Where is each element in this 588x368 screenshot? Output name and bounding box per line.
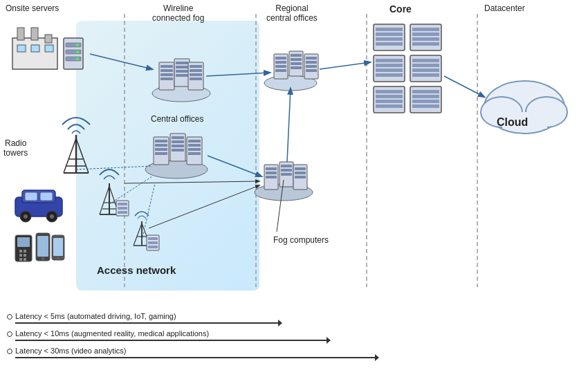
latency-section: Latency < 5ms (automated driving, IoT, g… bbox=[7, 309, 375, 361]
svg-rect-161 bbox=[19, 254, 22, 257]
svg-rect-7 bbox=[45, 35, 52, 43]
central-offices-label: Central offices bbox=[151, 114, 203, 124]
svg-rect-90 bbox=[155, 140, 167, 142]
onsite-servers-label: Onsite servers bbox=[6, 3, 59, 13]
svg-rect-115 bbox=[295, 172, 306, 174]
svg-rect-80 bbox=[412, 100, 439, 103]
svg-rect-34 bbox=[190, 77, 202, 80]
svg-point-15 bbox=[76, 44, 79, 46]
svg-rect-111 bbox=[281, 169, 292, 172]
svg-rect-64 bbox=[376, 64, 403, 67]
svg-rect-45 bbox=[291, 66, 302, 69]
svg-rect-95 bbox=[172, 136, 184, 139]
radio-towers-label: Radiotowers bbox=[3, 138, 28, 158]
svg-rect-91 bbox=[155, 144, 167, 147]
svg-rect-169 bbox=[53, 238, 63, 256]
svg-rect-6 bbox=[31, 28, 38, 40]
latency-row-3: Latency < 30ms (video analytics) bbox=[7, 344, 375, 358]
svg-rect-27 bbox=[176, 66, 188, 68]
svg-rect-59 bbox=[412, 33, 439, 36]
svg-rect-137 bbox=[118, 203, 127, 205]
svg-rect-102 bbox=[188, 148, 201, 151]
svg-rect-143 bbox=[148, 246, 158, 248]
svg-rect-28 bbox=[176, 70, 188, 73]
latency-circle-1 bbox=[7, 314, 12, 320]
svg-rect-78 bbox=[412, 90, 439, 93]
svg-rect-60 bbox=[412, 37, 439, 41]
svg-rect-97 bbox=[172, 145, 184, 147]
svg-rect-39 bbox=[275, 65, 286, 68]
latency-arrow-2 bbox=[15, 340, 327, 341]
svg-rect-76 bbox=[376, 104, 403, 108]
svg-rect-106 bbox=[266, 167, 277, 170]
svg-rect-160 bbox=[24, 250, 26, 252]
latency-text-1: Latency < 5ms (automated driving, IoT, g… bbox=[15, 312, 176, 320]
svg-rect-162 bbox=[24, 254, 26, 257]
svg-rect-159 bbox=[19, 250, 22, 252]
svg-point-170 bbox=[57, 257, 59, 259]
svg-rect-31 bbox=[190, 65, 202, 68]
svg-line-148 bbox=[149, 185, 259, 228]
svg-rect-98 bbox=[172, 149, 184, 151]
svg-rect-79 bbox=[412, 95, 439, 98]
svg-rect-32 bbox=[190, 69, 202, 72]
svg-rect-107 bbox=[266, 172, 277, 174]
regional-central-label: Regionalcentral offices bbox=[266, 3, 318, 23]
svg-rect-93 bbox=[155, 152, 167, 155]
svg-rect-29 bbox=[176, 74, 188, 77]
datacenter-label: Datacenter bbox=[484, 3, 525, 13]
svg-point-156 bbox=[50, 214, 54, 219]
svg-rect-74 bbox=[376, 95, 403, 98]
svg-rect-61 bbox=[412, 42, 439, 46]
svg-line-51 bbox=[206, 73, 270, 76]
svg-rect-139 bbox=[118, 211, 127, 214]
svg-rect-53 bbox=[376, 28, 403, 31]
svg-rect-5 bbox=[17, 28, 24, 40]
svg-rect-9 bbox=[31, 45, 39, 52]
svg-rect-33 bbox=[190, 73, 202, 76]
svg-point-154 bbox=[24, 214, 28, 219]
svg-rect-81 bbox=[412, 104, 439, 108]
svg-rect-50 bbox=[306, 69, 317, 72]
latency-row-2: Latency < 10ms (augmented reality, medic… bbox=[7, 326, 375, 341]
svg-rect-103 bbox=[188, 152, 201, 155]
svg-rect-68 bbox=[412, 59, 439, 62]
svg-rect-166 bbox=[37, 236, 48, 257]
svg-rect-37 bbox=[275, 57, 286, 59]
svg-rect-65 bbox=[376, 68, 403, 72]
svg-line-134 bbox=[134, 223, 142, 246]
svg-rect-44 bbox=[291, 62, 302, 65]
svg-rect-110 bbox=[281, 165, 292, 167]
svg-point-167 bbox=[42, 257, 44, 260]
svg-line-82 bbox=[320, 62, 370, 69]
svg-rect-114 bbox=[295, 167, 306, 170]
latency-text-2: Latency < 10ms (augmented reality, medic… bbox=[15, 329, 209, 338]
svg-rect-54 bbox=[376, 33, 403, 36]
svg-rect-42 bbox=[291, 54, 302, 57]
svg-rect-70 bbox=[412, 68, 439, 72]
svg-rect-101 bbox=[188, 144, 201, 147]
svg-rect-116 bbox=[295, 176, 306, 178]
svg-line-118 bbox=[287, 89, 291, 162]
svg-rect-21 bbox=[160, 65, 173, 68]
svg-rect-49 bbox=[306, 65, 317, 68]
latency-text-3: Latency < 30ms (video analytics) bbox=[15, 347, 127, 355]
fog-computers-label: Fog computers bbox=[273, 235, 329, 245]
svg-rect-24 bbox=[160, 77, 173, 80]
svg-line-124 bbox=[76, 138, 89, 173]
svg-rect-69 bbox=[412, 64, 439, 67]
latency-circle-3 bbox=[7, 349, 12, 354]
cloud-label: Cloud bbox=[497, 116, 528, 129]
svg-rect-96 bbox=[172, 140, 184, 143]
svg-rect-58 bbox=[412, 28, 439, 31]
latency-arrow-1 bbox=[15, 322, 278, 324]
svg-rect-164 bbox=[24, 258, 26, 261]
svg-rect-92 bbox=[155, 148, 167, 151]
svg-rect-56 bbox=[376, 42, 403, 46]
svg-rect-75 bbox=[376, 100, 403, 103]
svg-rect-48 bbox=[306, 61, 317, 64]
svg-line-123 bbox=[64, 138, 76, 173]
svg-rect-23 bbox=[160, 73, 173, 76]
svg-line-87 bbox=[444, 76, 484, 97]
access-network-label: Access network bbox=[97, 264, 176, 276]
